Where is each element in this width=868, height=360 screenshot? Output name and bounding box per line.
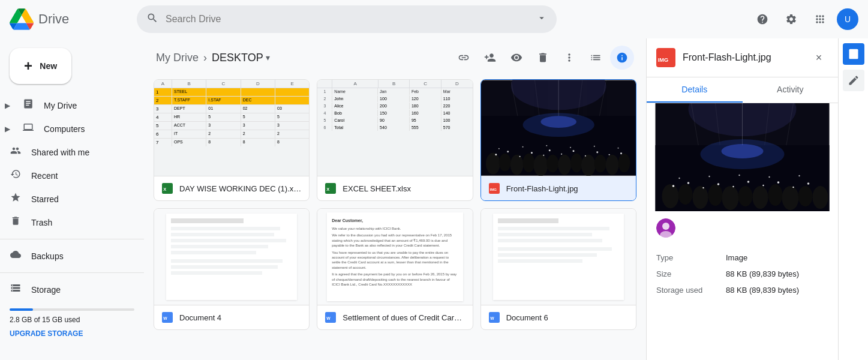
layout: + New ▶ My Drive ▶ Computers Shared with… (0, 38, 868, 360)
search-bar[interactable] (137, 5, 557, 33)
more-options-icon[interactable] (557, 46, 581, 70)
expand-arrow-icon: ▶ (5, 101, 10, 110)
file-card-5[interactable]: Dear Customer, We value your relationshi… (317, 208, 473, 330)
link-icon[interactable] (452, 46, 476, 70)
file-card[interactable]: A B C D 1 Name Jan Feb Mar (317, 79, 473, 201)
search-dropdown-icon[interactable] (536, 13, 547, 26)
svg-text:W: W (163, 316, 167, 320)
svg-point-79 (762, 185, 764, 186)
computers-icon (22, 122, 34, 136)
backups-icon (10, 249, 22, 263)
shared-icon (10, 145, 22, 159)
tab-details[interactable]: Details (647, 77, 743, 103)
svg-text:X: X (163, 187, 166, 192)
file-card-selected[interactable]: IMG Front-Flash-Light.jpg (480, 79, 636, 201)
delete-icon[interactable] (531, 46, 555, 70)
concert-image (481, 80, 636, 176)
svg-point-34 (608, 154, 609, 155)
sidebar-item-shared[interactable]: Shared with me (0, 140, 134, 164)
apps-icon[interactable] (808, 7, 832, 31)
sidebar-item-my-drive[interactable]: ▶ My Drive (0, 94, 134, 117)
svg-point-33 (596, 151, 598, 153)
info-icon[interactable] (610, 46, 634, 70)
svg-point-37 (522, 146, 523, 148)
sidebar-item-backups[interactable]: Backups (0, 244, 134, 268)
sidebar-item-storage[interactable]: Storage (0, 278, 134, 301)
svg-text:W: W (327, 316, 331, 320)
svg-point-67 (738, 186, 753, 206)
search-input[interactable] (166, 14, 529, 25)
detail-header: IMG Front-Flash-Light.jpg × (647, 38, 838, 77)
list-view-icon[interactable] (584, 46, 608, 70)
computers-label: Computers (44, 124, 85, 134)
search-icon (146, 12, 158, 27)
sidebar-item-computers[interactable]: ▶ Computers (0, 117, 134, 140)
file-name-2: EXCEL SHEET.xlsx (343, 184, 465, 193)
file-card-4[interactable]: W Document 4 (154, 208, 310, 330)
svg-point-35 (620, 152, 622, 154)
svg-point-41 (617, 148, 618, 149)
svg-point-83 (678, 178, 680, 179)
my-drive-label: My Drive (44, 101, 77, 110)
svg-text:IMG: IMG (658, 57, 669, 63)
doc-icon-2: W (325, 311, 337, 323)
tab-activity[interactable]: Activity (743, 77, 839, 103)
svg-point-76 (717, 183, 720, 185)
add-person-icon[interactable] (478, 46, 502, 70)
svg-point-17 (546, 155, 558, 173)
avatar[interactable]: U (837, 8, 858, 30)
sidebar-item-starred[interactable]: Starred (0, 187, 134, 211)
file-card-6[interactable]: W Document 6 (480, 208, 636, 330)
file-preview-5: Dear Customer, We value your relationshi… (317, 209, 472, 305)
file-card[interactable]: A B C D E 1 STEEL (154, 79, 310, 201)
settings-icon[interactable] (779, 7, 803, 31)
file-name-4: Document 4 (179, 313, 302, 322)
new-button[interactable]: + New (10, 48, 71, 84)
jpg-icon: IMG (488, 182, 500, 194)
breadcrumb-current[interactable]: DESKTOP ▾ (212, 52, 270, 64)
preview-icon[interactable] (504, 46, 528, 70)
file-preview-2: A B C D 1 Name Jan Feb Mar (317, 80, 472, 176)
file-name: DAY WISE WORKING DEC (1).xlsx (179, 184, 302, 193)
xlsx-icon-2: X (325, 182, 337, 194)
svg-point-26 (519, 156, 520, 157)
svg-point-19 (570, 154, 582, 173)
svg-point-64 (693, 186, 708, 209)
svg-point-82 (807, 182, 810, 185)
svg-text:X: X (327, 187, 330, 192)
right-panel-app-2[interactable] (843, 70, 864, 91)
right-panel-app-1[interactable] (843, 43, 864, 65)
file-footer-3: IMG Front-Flash-Light.jpg (481, 176, 636, 200)
main-content: My Drive › DESKTOP ▾ (144, 38, 646, 360)
svg-point-32 (585, 155, 586, 157)
svg-point-15 (522, 154, 534, 173)
file-preview-6 (481, 209, 636, 305)
svg-point-84 (708, 176, 710, 177)
svg-point-12 (486, 153, 500, 175)
detail-close-button[interactable]: × (809, 48, 828, 67)
file-footer-6: W Document 6 (481, 305, 636, 329)
svg-point-85 (738, 175, 740, 176)
detail-meta: Type Image Size 88 KB (89,839 bytes) Sto… (647, 245, 838, 303)
svg-point-69 (768, 184, 783, 206)
svg-point-14 (510, 155, 523, 175)
svg-point-66 (722, 186, 739, 210)
detail-thumbnail-img (647, 103, 838, 211)
breadcrumb-root[interactable]: My Drive (156, 52, 199, 64)
sidebar-item-recent[interactable]: Recent (0, 164, 134, 187)
svg-point-24 (495, 154, 497, 155)
svg-point-68 (753, 186, 768, 209)
svg-point-70 (782, 186, 799, 210)
svg-point-87 (798, 175, 800, 176)
size-label: Size (656, 269, 716, 278)
detail-filename: Front-Flash-Light.jpg (683, 52, 809, 64)
recent-icon (10, 169, 22, 182)
sidebar-item-trash[interactable]: Trash (0, 211, 134, 234)
svg-point-71 (798, 186, 813, 206)
svg-point-77 (732, 186, 734, 187)
main-header: My Drive › DESKTOP ▾ (144, 38, 646, 74)
svg-point-29 (548, 149, 550, 151)
upgrade-link[interactable]: UPGRADE STORAGE (10, 329, 83, 338)
svg-point-72 (813, 186, 828, 209)
support-icon[interactable] (750, 7, 774, 31)
